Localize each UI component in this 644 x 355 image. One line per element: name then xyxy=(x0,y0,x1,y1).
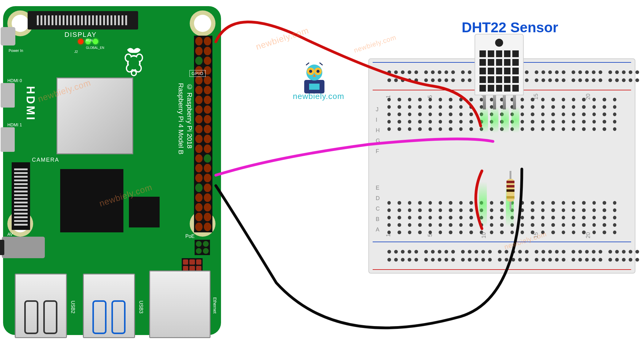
gpio-label: GPIO xyxy=(189,70,206,77)
led-green xyxy=(93,39,98,44)
camera-label: CAMERA xyxy=(32,157,59,163)
svg-point-10 xyxy=(136,65,141,71)
poe-label: PoE xyxy=(185,234,195,239)
usb3-label: USB3 xyxy=(138,301,144,314)
camera-connector xyxy=(12,162,30,230)
display-label: DISPLAY xyxy=(64,31,97,39)
sensor-hole-icon xyxy=(495,39,503,47)
usb2-label: USB2 xyxy=(70,301,76,314)
hdmi-text: HDMI xyxy=(24,86,37,122)
soc-chip xyxy=(56,77,133,154)
ethernet-label: Ethernet xyxy=(212,297,217,314)
copyright-text: © Raspberry Pi 2018 xyxy=(185,83,193,148)
watermark: newbiely.com xyxy=(353,33,397,54)
svg-point-9 xyxy=(127,65,132,71)
model-text: Raspberry Pi 4 Model B xyxy=(177,83,185,154)
dht22-title: DHT22 Sensor xyxy=(462,19,558,36)
display-connector xyxy=(28,11,138,30)
poe-header xyxy=(195,240,210,255)
sensor-grille xyxy=(479,50,519,92)
dht22-pins xyxy=(479,95,519,109)
resistor-band-1 xyxy=(506,181,514,183)
gpio-header xyxy=(194,36,212,232)
av-jack xyxy=(2,237,45,258)
micro-hdmi-0-port xyxy=(1,83,15,108)
svg-point-8 xyxy=(137,55,142,61)
j2-label: J2 xyxy=(74,50,78,53)
owl-icon xyxy=(301,61,328,89)
led-red xyxy=(78,39,83,44)
run-label: RUN xyxy=(86,39,93,42)
dht22-sensor xyxy=(475,34,524,95)
ethernet-port xyxy=(149,270,211,338)
ram-chip xyxy=(60,169,123,232)
power-in-label: Power In xyxy=(9,49,23,53)
mounting-hole xyxy=(194,15,211,32)
raspberry-pi-board: DISPLAY RUN GLOBAL_EN J2 GPIO Raspberry … xyxy=(3,6,221,335)
svg-point-7 xyxy=(126,55,131,61)
pin-connection-glow xyxy=(479,172,487,237)
svg-point-11 xyxy=(132,71,136,75)
global-en-label: GLOBAL_EN xyxy=(86,46,104,49)
micro-hdmi-1-port xyxy=(1,127,15,152)
av-label: AV xyxy=(7,232,13,237)
usb2-ports xyxy=(15,274,67,338)
usb3-ports xyxy=(83,274,135,338)
svg-rect-19 xyxy=(309,84,320,90)
breadboard-power-rail-bottom xyxy=(375,243,629,268)
raspberry-pi-logo-icon xyxy=(121,46,147,77)
svg-point-16 xyxy=(309,70,312,73)
newbiely-logo: newbiely.com xyxy=(293,61,336,111)
usb-c-power-port xyxy=(1,27,15,45)
resistor-band-4 xyxy=(506,196,514,199)
watermark: newbiely.com xyxy=(254,26,310,52)
resistor-band-2 xyxy=(506,185,514,187)
pullup-resistor xyxy=(506,173,515,207)
aux-chip xyxy=(129,197,160,227)
svg-point-17 xyxy=(316,70,320,73)
hdmi0-label: HDMI 0 xyxy=(7,78,22,83)
resistor-band-3 xyxy=(506,189,514,192)
hdmi1-label: HDMI 1 xyxy=(7,122,22,127)
